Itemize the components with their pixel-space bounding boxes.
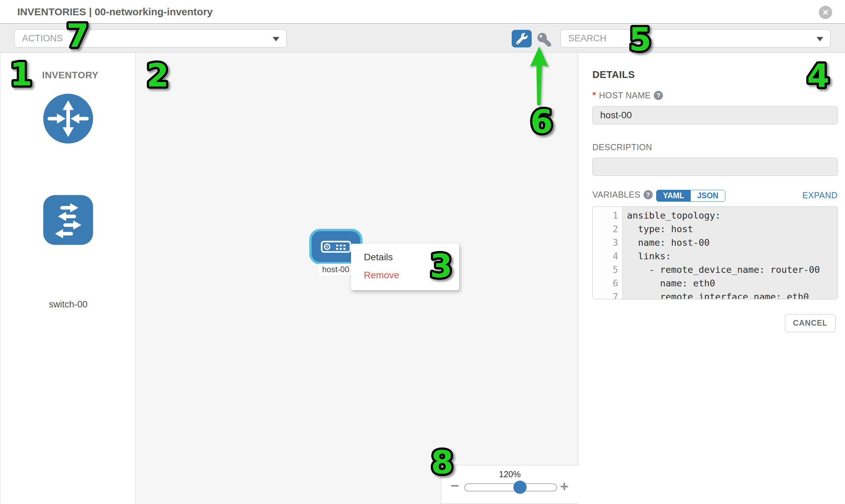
zoom-slider-thumb[interactable] xyxy=(513,481,527,494)
host-node-label: host-00 xyxy=(319,264,353,275)
actions-dropdown[interactable]: ACTIONS xyxy=(14,30,286,48)
line-number: 2 xyxy=(593,224,622,237)
close-glyph: ✕ xyxy=(822,8,829,17)
cancel-button[interactable]: CANCEL xyxy=(785,314,835,332)
host-name-label-row: * HOST NAME ? xyxy=(592,90,663,101)
description-field[interactable] xyxy=(592,158,838,176)
toolbar-key-button[interactable] xyxy=(537,34,552,46)
device-palette-sidebar: INVENTORY router-00 switch-00 xyxy=(0,53,136,504)
zoom-out-icon[interactable]: − xyxy=(451,478,459,494)
help-icon[interactable]: ? xyxy=(644,190,653,199)
toggle-yaml-button[interactable]: YAML xyxy=(656,190,691,201)
variables-label: VARIABLES xyxy=(592,190,640,200)
topology-canvas[interactable]: host-00 Details Remove 120% − + xyxy=(136,53,578,504)
help-icon[interactable]: ? xyxy=(654,91,663,100)
line-number: 5 xyxy=(593,264,622,278)
zoom-level-value: 120% xyxy=(441,469,579,479)
titlebar: INVENTORIES | 00-networking-inventory ✕ xyxy=(0,0,845,24)
host-icon xyxy=(320,241,352,253)
line-text: links: xyxy=(622,251,671,264)
context-menu-item-details[interactable]: Details xyxy=(351,248,459,266)
host-name-field[interactable]: host-00 xyxy=(592,106,838,124)
description-label: DESCRIPTION xyxy=(592,142,652,152)
key-icon xyxy=(538,33,551,47)
variables-format-toggle: YAML JSON xyxy=(656,190,725,202)
code-line: 4 links: xyxy=(593,251,838,264)
context-menu-item-remove[interactable]: Remove xyxy=(351,266,459,284)
details-panel: DETAILS * HOST NAME ? host-00 DESCRIPTIO… xyxy=(579,53,845,504)
line-text: ansible_topology: xyxy=(622,210,721,224)
host-name-label: HOST NAME xyxy=(599,90,651,100)
expand-link[interactable]: EXPAND xyxy=(802,191,838,200)
search-dropdown-label: SEARCH xyxy=(568,30,606,47)
switch-icon[interactable] xyxy=(43,195,93,246)
code-line: 3 name: host-00 xyxy=(593,237,838,251)
code-line: 1ansible_topology: xyxy=(593,210,838,224)
toggle-json-button[interactable]: JSON xyxy=(691,190,725,201)
sidebar-title: INVENTORY xyxy=(42,70,98,81)
code-line: 7 remote_interface_name: eth0 xyxy=(593,291,838,299)
required-asterisk: * xyxy=(592,90,596,101)
page-title: INVENTORIES | 00-networking-inventory xyxy=(17,0,213,23)
actions-dropdown-label: ACTIONS xyxy=(22,30,63,47)
search-dropdown[interactable]: SEARCH xyxy=(561,30,830,48)
chevron-down-icon xyxy=(816,37,823,41)
code-line: 2 type: host xyxy=(593,224,838,237)
code-line: 5 - remote_device_name: router-00 xyxy=(593,264,838,278)
variables-code-editor[interactable]: 1ansible_topology: 2 type: host 3 name: … xyxy=(592,206,838,299)
variables-label-row: VARIABLES ? xyxy=(592,188,653,201)
editor-lines: 1ansible_topology: 2 type: host 3 name: … xyxy=(593,207,838,299)
line-text: type: host xyxy=(622,224,693,237)
chevron-down-icon xyxy=(272,37,279,41)
line-text: name: eth0 xyxy=(622,278,715,291)
description-label-row: DESCRIPTION xyxy=(592,142,652,152)
line-number: 1 xyxy=(593,210,622,224)
toolbar-wrench-button[interactable] xyxy=(512,30,532,48)
close-icon[interactable]: ✕ xyxy=(819,6,832,19)
toolbar: ACTIONS SEARCH xyxy=(0,25,845,53)
details-panel-title: DETAILS xyxy=(592,69,635,80)
line-number: 6 xyxy=(593,278,622,291)
line-number: 7 xyxy=(593,291,622,299)
wrench-icon xyxy=(516,33,528,44)
line-number: 4 xyxy=(593,251,622,264)
zoom-slider-track[interactable] xyxy=(464,483,557,491)
line-text: - remote_device_name: router-00 xyxy=(622,264,820,278)
line-number: 3 xyxy=(593,237,622,251)
node-context-menu: Details Remove xyxy=(351,244,459,290)
line-text: remote_interface_name: eth0 xyxy=(622,291,809,299)
zoom-control-panel: 120% − + xyxy=(441,465,578,504)
line-text: name: host-00 xyxy=(622,237,710,251)
inventory-topology-app: INVENTORIES | 00-networking-inventory ✕ … xyxy=(0,0,845,504)
zoom-in-icon[interactable]: + xyxy=(560,478,569,494)
router-icon[interactable] xyxy=(43,93,93,144)
code-line: 6 name: eth0 xyxy=(593,278,838,291)
device-label-switch: switch-00 xyxy=(0,299,136,310)
